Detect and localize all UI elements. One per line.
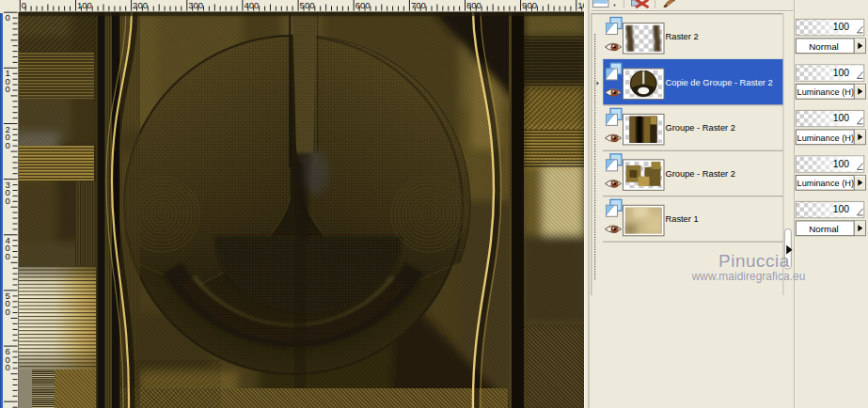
svg-text:0: 0 <box>6 12 10 23</box>
svg-text:100: 100 <box>833 68 849 78</box>
svg-text:500: 500 <box>300 0 315 10</box>
svg-text:0: 0 <box>6 251 10 261</box>
svg-text:www.maidiregrafica.eu: www.maidiregrafica.eu <box>691 270 806 283</box>
svg-text:800: 800 <box>466 0 481 10</box>
svg-text:400: 400 <box>244 0 259 10</box>
svg-text:100: 100 <box>833 204 849 214</box>
svg-text:Luminance (H): Luminance (H) <box>797 86 855 97</box>
svg-text:0: 0 <box>6 84 10 94</box>
svg-text:100: 100 <box>833 113 849 123</box>
svg-text:200: 200 <box>133 0 148 10</box>
svg-text:Copie de Groupe - Raster 2: Copie de Groupe - Raster 2 <box>666 78 773 87</box>
svg-text:0: 0 <box>6 140 10 150</box>
svg-text:Luminance (H): Luminance (H) <box>797 133 855 143</box>
svg-text:0: 0 <box>22 0 26 10</box>
svg-text:600: 600 <box>355 0 371 10</box>
svg-text:900: 900 <box>522 0 537 10</box>
svg-text:100: 100 <box>833 159 849 169</box>
svg-text:100: 100 <box>77 0 92 10</box>
svg-text:300: 300 <box>188 0 203 10</box>
svg-text:0: 0 <box>6 196 10 206</box>
svg-text:700: 700 <box>411 0 426 10</box>
svg-text:Groupe - Raster 2: Groupe - Raster 2 <box>666 123 735 133</box>
svg-text:Luminance (H): Luminance (H) <box>797 178 855 188</box>
svg-text:Groupe - Raster 2: Groupe - Raster 2 <box>666 169 735 179</box>
svg-text:0: 0 <box>6 306 10 317</box>
svg-text:Raster 2: Raster 2 <box>666 32 699 41</box>
svg-text:Normal: Normal <box>809 224 839 234</box>
svg-text:Pinuccia: Pinuccia <box>718 251 790 271</box>
svg-text:Raster 1: Raster 1 <box>666 214 699 224</box>
svg-text:Normal: Normal <box>809 41 839 52</box>
svg-text:100: 100 <box>833 22 849 32</box>
svg-text:0: 0 <box>6 362 10 372</box>
